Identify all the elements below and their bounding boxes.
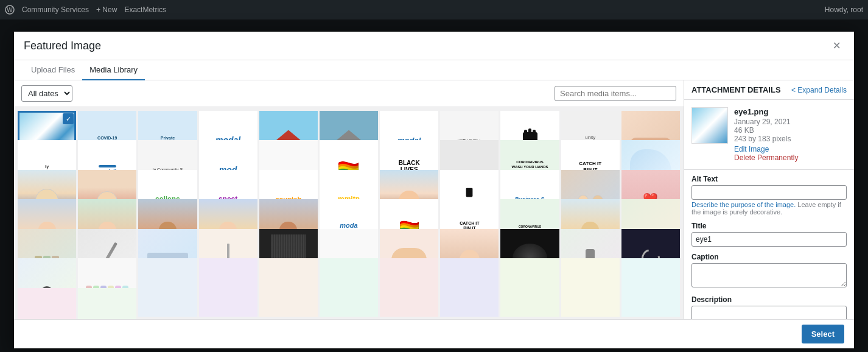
site-name[interactable]: Community Services — [22, 5, 89, 14]
wp-logo[interactable]: W — [5, 5, 15, 15]
howdy: Howdy, root — [825, 5, 863, 14]
exactmetrics[interactable]: ExactMetrics — [124, 5, 166, 14]
admin-bar: W Community Services + New ExactMetrics … — [0, 0, 868, 19]
new-button[interactable]: + New — [96, 5, 117, 14]
svg-text:W: W — [7, 7, 13, 13]
